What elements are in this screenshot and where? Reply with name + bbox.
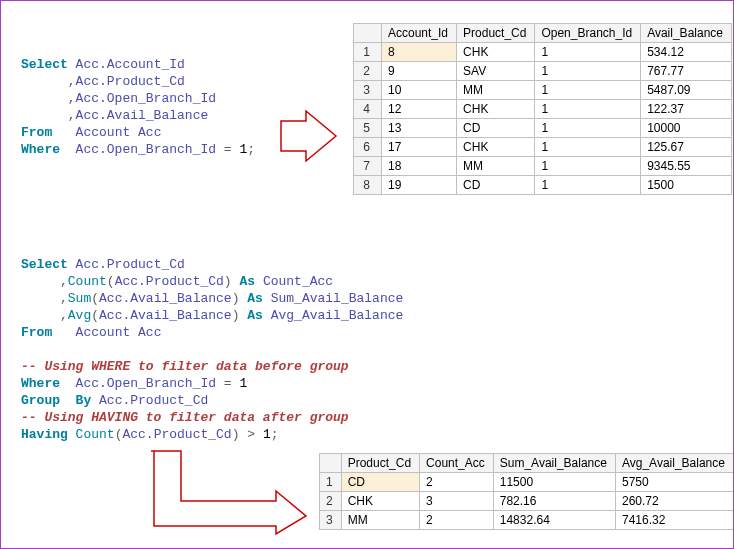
sql-query-2: Select Acc.Product_Cd ,Count(Acc.Product… — [21, 256, 403, 443]
result-table-1: Account_Id Product_Cd Open_Branch_Id Ava… — [353, 23, 732, 195]
kw-from: From — [21, 125, 52, 140]
table-row: 29SAV1767.77 — [354, 62, 732, 81]
sql-query-1: Select Acc.Account_Id ,Acc.Product_Cd ,A… — [21, 56, 255, 158]
comment-having: -- Using HAVING to filter data after gro… — [21, 410, 349, 425]
result-table-2: Product_Cd Count_Acc Sum_Avail_Balance A… — [319, 453, 734, 530]
fn-sum: Sum — [68, 291, 91, 306]
kw-group: Group — [21, 393, 60, 408]
col-avg-avail-balance: Avg_Avail_Balance — [615, 454, 733, 473]
arrow-down-right-icon — [146, 446, 316, 536]
arrow-right-icon — [276, 106, 346, 166]
comment-where: -- Using WHERE to filter data before gro… — [21, 359, 349, 374]
kw-select: Select — [21, 257, 68, 272]
table-row: 718MM19345.55 — [354, 157, 732, 176]
table-corner — [354, 24, 382, 43]
table-row: 513CD110000 — [354, 119, 732, 138]
table-row: 819CD11500 — [354, 176, 732, 195]
col-account-id: Account_Id — [382, 24, 457, 43]
col-open-branch-id: Open_Branch_Id — [535, 24, 641, 43]
table-row: 1CD2115005750 — [320, 473, 734, 492]
kw-where: Where — [21, 142, 60, 157]
table-row: 18CHK1534.12 — [354, 43, 732, 62]
diagram-frame: Select Acc.Account_Id ,Acc.Product_Cd ,A… — [0, 0, 734, 549]
kw-where: Where — [21, 376, 60, 391]
fn-avg: Avg — [68, 308, 91, 323]
table-corner — [320, 454, 342, 473]
col-avail-balance: Avail_Balance — [641, 24, 732, 43]
kw-select: Select — [21, 57, 68, 72]
fn-count: Count — [68, 274, 107, 289]
col-count-acc: Count_Acc — [420, 454, 494, 473]
table-row: 3MM214832.647416.32 — [320, 511, 734, 530]
table-row: 2CHK3782.16260.72 — [320, 492, 734, 511]
col-sum-avail-balance: Sum_Avail_Balance — [493, 454, 615, 473]
kw-having: Having — [21, 427, 68, 442]
col-product-cd: Product_Cd — [341, 454, 419, 473]
table-row: 412CHK1122.37 — [354, 100, 732, 119]
kw-from: From — [21, 325, 52, 340]
col-product-cd: Product_Cd — [457, 24, 535, 43]
table-row: 310MM15487.09 — [354, 81, 732, 100]
table-row: 617CHK1125.67 — [354, 138, 732, 157]
